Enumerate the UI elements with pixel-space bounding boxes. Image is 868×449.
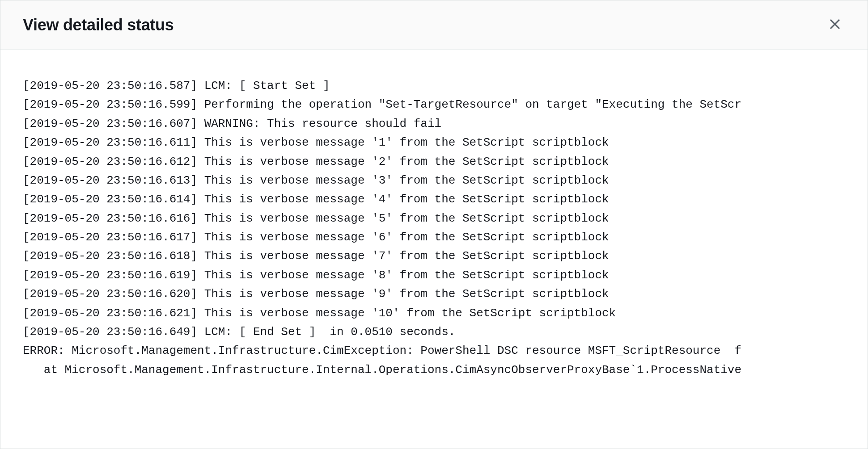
detailed-status-modal: View detailed status [2019-05-20 23:50:1…: [0, 0, 868, 449]
close-icon: [828, 17, 842, 32]
modal-body: [2019-05-20 23:50:16.587] LCM: [ Start S…: [0, 50, 868, 449]
modal-title: View detailed status: [23, 16, 174, 34]
log-output: [2019-05-20 23:50:16.587] LCM: [ Start S…: [23, 76, 845, 379]
close-button[interactable]: [825, 14, 845, 36]
modal-header: View detailed status: [0, 0, 868, 50]
